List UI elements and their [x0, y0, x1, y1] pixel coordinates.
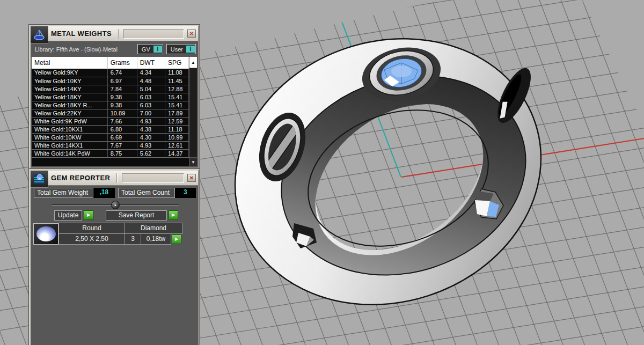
close-icon: ✕ [189, 31, 194, 36]
table-row[interactable]: Yellow Gold:10KY6.974.4811.45 [32, 77, 189, 85]
metal-weights-icon [31, 26, 48, 43]
column-header-metal[interactable]: Metal [32, 57, 107, 69]
metal-weights-panel: METAL WEIGHTS ✕ Library: Fifth Ave - (Sl… [29, 25, 200, 169]
table-row[interactable]: Yellow Gold:18KY9.386.0315.41 [32, 93, 189, 101]
column-header-grams[interactable]: Grams [107, 57, 137, 69]
metal-table: Metal Grams DWT SPG Yellow Gold:9KY6.744… [32, 57, 197, 166]
table-row[interactable]: Yellow Gold:18KY R...9.386.0315.41 [32, 101, 189, 109]
panel-title: GEM REPORTER [51, 174, 110, 182]
run-arrow-icon: ▶ [172, 212, 175, 217]
gem-thumbnail-image [36, 226, 56, 241]
gem-list-item: Round Diamond 2,50 X 2,50 3 0,18tw ▶ [33, 223, 182, 245]
table-row[interactable]: White Gold:14KX17.674.9312.61 [32, 141, 189, 149]
user-toggle-label: User [167, 46, 186, 53]
panel-title: METAL WEIGHTS [51, 30, 112, 38]
gv-toggle-label: GV [138, 46, 153, 53]
gem-run-button[interactable]: ▶ [172, 234, 181, 244]
total-gem-count-label: Total Gem Count [118, 188, 175, 198]
save-report-run-button[interactable]: ▶ [169, 210, 178, 220]
column-header-spg[interactable]: SPG [165, 57, 188, 69]
update-run-button[interactable]: ▶ [84, 210, 93, 220]
scrollbar[interactable]: ▲ ▼ [189, 57, 197, 166]
gem-reporter-icon [31, 171, 48, 188]
close-button[interactable]: ✕ [187, 174, 196, 182]
gem-weight-cell[interactable]: 0,18tw [141, 233, 171, 245]
slider-arrow-icon: ▲ [114, 203, 117, 207]
table-row[interactable]: Yellow Gold:9KY6.744.3411.08 [32, 69, 189, 77]
save-report-button[interactable]: Save Report [106, 210, 167, 221]
user-toggle[interactable]: User I [166, 44, 196, 54]
gem-size-cell[interactable]: 2,50 X 2,50 [58, 233, 125, 245]
library-label: Library: Fifth Ave - (Slow)-Metal [35, 46, 118, 53]
table-row[interactable]: Yellow Gold:14KY7.845.0412.88 [32, 85, 189, 93]
gem-reporter-titlebar[interactable]: GEM REPORTER ✕ [31, 171, 198, 186]
gv-toggle-indicator: I [153, 46, 162, 53]
gem-thumbnail[interactable] [33, 223, 58, 245]
gv-toggle[interactable]: GV I [137, 44, 163, 54]
table-header-row: Metal Grams DWT SPG [32, 57, 189, 69]
run-arrow-icon: ▶ [175, 237, 178, 241]
gem-count-cell[interactable]: 3 [125, 233, 141, 245]
user-toggle-indicator: I [186, 46, 195, 53]
table-row[interactable]: Yellow Gold:22KY10.897.0017.89 [32, 109, 189, 117]
close-button[interactable]: ✕ [187, 30, 196, 38]
app-window: METAL WEIGHTS ✕ Library: Fifth Ave - (Sl… [0, 0, 644, 345]
titlebar-divider [116, 173, 118, 183]
total-gem-weight-label: Total Gem Weight [34, 188, 93, 198]
table-row[interactable]: White Gold:14K PdW8.755.6214.37 [32, 149, 189, 157]
gem-type-cell[interactable]: Diamond [125, 223, 182, 234]
total-gem-weight-value: ,18 [93, 188, 115, 198]
gem-slider[interactable]: ▲ [52, 201, 179, 209]
total-gem-count-value: 3 [175, 188, 196, 198]
slider-knob[interactable]: ▲ [111, 201, 120, 209]
close-icon: ✕ [189, 175, 194, 181]
scroll-down-icon[interactable]: ▼ [189, 157, 197, 166]
ring-model[interactable] [200, 0, 576, 343]
titlebar-divider [118, 29, 119, 39]
table-row[interactable]: White Gold:9K PdW7.664.9312.59 [32, 117, 189, 125]
gem-reporter-panel: GEM REPORTER ✕ Total Gem Weight ,18 Tota… [29, 169, 200, 345]
table-row[interactable]: White Gold:10KX16.804.3811.18 [32, 125, 189, 133]
column-header-dwt[interactable]: DWT [137, 57, 165, 69]
metal-weights-titlebar[interactable]: METAL WEIGHTS ✕ [31, 26, 198, 41]
run-arrow-icon: ▶ [87, 212, 90, 217]
titlebar-recess [123, 29, 184, 39]
gem-shape-cell[interactable]: Round [58, 223, 125, 234]
update-button[interactable]: Update [54, 210, 82, 221]
titlebar-recess [122, 173, 184, 183]
table-row[interactable]: White Gold:10KW6.694.3010.99 [32, 133, 189, 141]
scroll-up-icon[interactable]: ▲ [189, 57, 197, 68]
